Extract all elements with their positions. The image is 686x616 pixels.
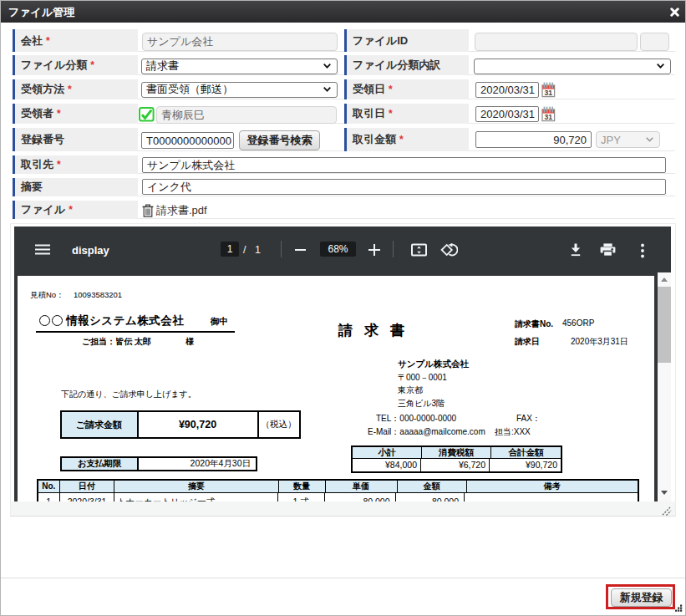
svg-text:31: 31 xyxy=(545,89,553,97)
svg-text:31: 31 xyxy=(545,113,553,121)
